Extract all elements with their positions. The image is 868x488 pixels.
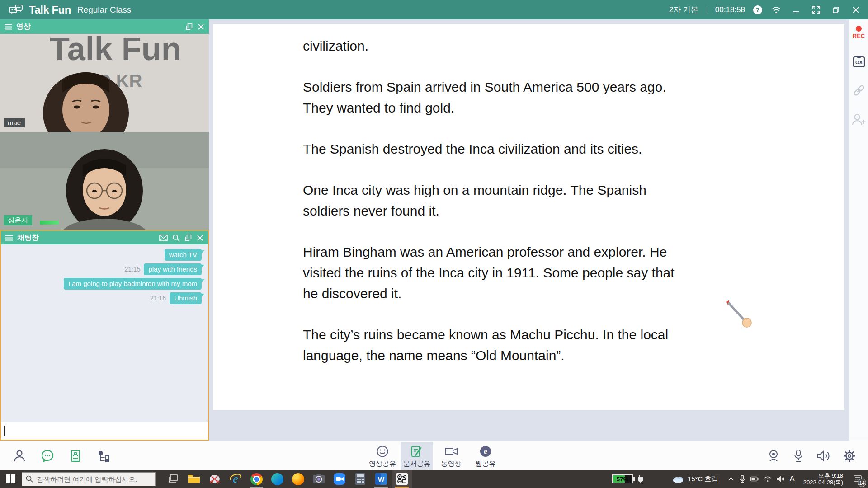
share-label: 동영상 xyxy=(441,460,462,468)
link-share-icon[interactable] xyxy=(852,84,866,97)
document-line: The city’s ruins became known as Machu P… xyxy=(303,324,844,345)
camera-app-icon[interactable] xyxy=(308,470,329,488)
power-plug-icon xyxy=(637,474,644,483)
document-line: Hiram Bingham was an American professor … xyxy=(303,242,844,263)
search-icon[interactable] xyxy=(172,234,180,242)
close-panel-icon[interactable] xyxy=(198,23,204,30)
session-label: 2자 기본 xyxy=(669,5,698,15)
video-panel: 영상 Talk Fun L.CO.KR mae xyxy=(0,19,209,230)
add-user-icon[interactable] xyxy=(852,113,866,126)
ime-indicator[interactable]: A xyxy=(790,474,795,483)
chat-bubble: play with friends xyxy=(144,263,202,275)
action-center-button[interactable]: 14 xyxy=(851,470,864,488)
toolbar-left-group xyxy=(13,441,111,470)
task-view-button[interactable] xyxy=(163,470,184,488)
share-label: 문서공유 xyxy=(403,460,430,468)
chat-bubble: Uhmish xyxy=(170,292,202,304)
help-icon[interactable]: ? xyxy=(753,5,762,14)
tray-microphone-icon[interactable] xyxy=(739,475,745,483)
popout-icon[interactable] xyxy=(184,234,192,242)
smiley-icon xyxy=(376,445,389,458)
taskbar-app-icons: e xyxy=(163,470,412,488)
video-share-button[interactable]: 영상공유 xyxy=(366,442,399,470)
toolbar-right-group xyxy=(767,441,856,470)
profile-card-icon[interactable] xyxy=(69,449,82,463)
tray-network-icon[interactable] xyxy=(764,476,772,482)
search-input[interactable] xyxy=(37,475,145,483)
hidden-icons-chevron[interactable] xyxy=(728,477,734,481)
document-line: visited the ruins of the Inca city in 19… xyxy=(303,263,844,283)
word-app-icon[interactable]: W xyxy=(371,470,392,488)
document-line: One Inca city was high on a mountain rid… xyxy=(303,180,844,201)
layout-tree-icon[interactable] xyxy=(97,449,111,463)
document-line: language, the name means “Old Mountain”. xyxy=(303,345,844,366)
document-page: civilization. Soldiers from Spain arrive… xyxy=(213,24,844,410)
zoom-app-icon[interactable] xyxy=(329,470,350,488)
taskbar-search-box[interactable] xyxy=(22,472,156,486)
chat-input-field[interactable] xyxy=(1,422,208,440)
text-cursor xyxy=(4,426,5,436)
settings-gear-icon[interactable] xyxy=(843,449,856,463)
chat-panel-title: 채팅창 xyxy=(17,233,39,243)
taskbar-clock[interactable]: 오후 9:18 2022-04-28(목) xyxy=(803,472,843,486)
chat-panel-header: 채팅창 xyxy=(1,231,208,244)
file-explorer-icon[interactable] xyxy=(184,470,204,488)
document-share-area: civilization. Soldiers from Spain arrive… xyxy=(209,19,849,441)
speaker-icon[interactable] xyxy=(816,449,831,463)
notification-count-badge: 14 xyxy=(858,479,866,487)
close-button[interactable] xyxy=(850,4,862,16)
system-tray: 57% 15°C 흐림 xyxy=(612,470,868,488)
document-share-button[interactable]: 문서공유 xyxy=(401,442,433,470)
svg-text:Talk Fun: Talk Fun xyxy=(50,34,181,67)
fullscreen-button[interactable] xyxy=(810,4,822,16)
web-share-button[interactable]: e 웹공유 xyxy=(469,442,502,470)
calculator-app-icon[interactable] xyxy=(350,470,371,488)
document-line: Soldiers from Spain arrived in South Ame… xyxy=(303,77,844,98)
edge-icon[interactable] xyxy=(267,470,288,488)
start-button[interactable] xyxy=(0,470,22,488)
minimize-button[interactable] xyxy=(790,4,802,16)
firefox-icon[interactable] xyxy=(288,470,308,488)
close-panel-icon[interactable] xyxy=(197,235,203,241)
chrome-icon[interactable] xyxy=(246,470,267,488)
audio-level-indicator xyxy=(40,221,59,225)
record-button[interactable]: REC xyxy=(853,26,865,39)
snipping-tool-icon[interactable] xyxy=(204,470,225,488)
chat-message-row: 21:15 play with friends xyxy=(1,263,202,275)
internet-explorer-icon[interactable]: e xyxy=(225,470,246,488)
participant-name-tag: mae xyxy=(4,118,25,127)
web-browser-icon: e xyxy=(479,445,492,458)
chat-toggle-icon[interactable] xyxy=(41,449,54,463)
bottom-toolbar: 영상공유 문서공유 동영상 e 웹공유 xyxy=(0,441,868,470)
tray-battery-icon[interactable] xyxy=(750,476,759,482)
webcam-settings-icon[interactable] xyxy=(767,449,780,463)
participants-icon[interactable] xyxy=(13,449,26,463)
popout-icon[interactable] xyxy=(185,23,193,31)
mail-icon[interactable] xyxy=(159,235,168,241)
chat-message-row: 21:16 Uhmish xyxy=(1,292,202,304)
document-edit-icon xyxy=(410,445,424,458)
movie-share-button[interactable]: 동영상 xyxy=(435,442,467,470)
weather-widget[interactable]: 15°C 흐림 xyxy=(672,475,718,483)
search-icon xyxy=(26,475,33,483)
menu-icon[interactable] xyxy=(5,235,13,241)
talkfun-app-icon[interactable] xyxy=(392,470,412,488)
talkfun-logo-icon xyxy=(9,4,24,16)
video-camera-icon xyxy=(444,445,458,458)
battery-indicator: 57% xyxy=(612,474,644,483)
wifi-status-icon xyxy=(770,4,782,16)
battery-percent: 57% xyxy=(613,475,632,483)
restore-window-button[interactable] xyxy=(830,4,842,16)
menu-icon[interactable] xyxy=(5,24,12,30)
chat-bubble: watch TV xyxy=(165,249,202,261)
session-timer: 00:18:58 xyxy=(715,5,745,14)
share-label: 영상공유 xyxy=(369,460,396,468)
clock-date: 2022-04-28(목) xyxy=(803,479,843,486)
svg-text:OX: OX xyxy=(855,60,863,65)
ox-quiz-icon[interactable]: OX xyxy=(852,55,866,68)
message-timestamp: 21:16 xyxy=(150,295,166,302)
share-label: 웹공유 xyxy=(476,460,496,468)
tray-volume-icon[interactable] xyxy=(777,475,785,483)
clock-time: 오후 9:18 xyxy=(803,472,843,479)
microphone-icon[interactable] xyxy=(792,449,805,463)
